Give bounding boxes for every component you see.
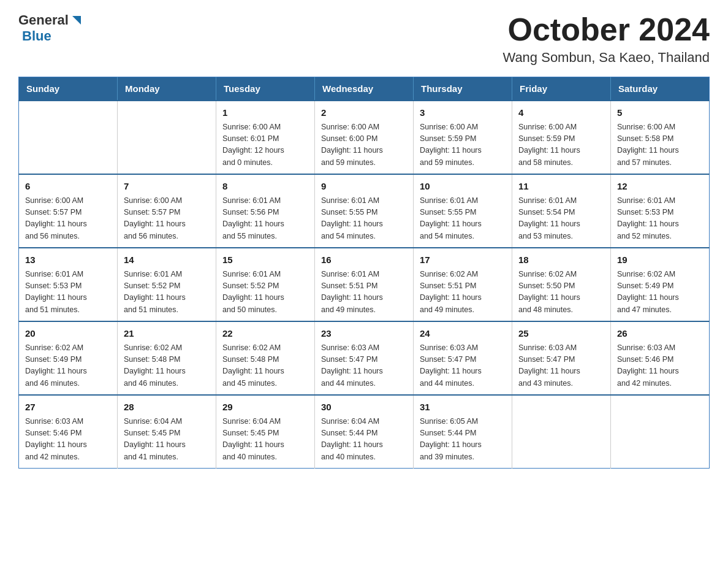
title-area: October 2024 Wang Sombun, Sa Kaeo, Thail… — [502, 12, 710, 66]
day-info: Sunrise: 6:01 AMSunset: 5:54 PMDaylight:… — [518, 195, 604, 243]
day-info: Sunrise: 6:04 AMSunset: 5:45 PMDaylight:… — [124, 416, 210, 464]
day-number: 8 — [222, 180, 308, 194]
calendar-week-0: 1Sunrise: 6:00 AMSunset: 6:01 PMDaylight… — [19, 101, 710, 174]
day-info: Sunrise: 6:00 AMSunset: 5:59 PMDaylight:… — [518, 121, 604, 169]
logo-triangle-icon — [70, 13, 83, 27]
calendar-header-sunday: Sunday — [19, 77, 118, 101]
calendar-cell: 6Sunrise: 6:00 AMSunset: 5:57 PMDaylight… — [19, 174, 118, 248]
calendar-header-friday: Friday — [512, 77, 611, 101]
day-info: Sunrise: 6:02 AMSunset: 5:48 PMDaylight:… — [124, 342, 210, 390]
day-info: Sunrise: 6:01 AMSunset: 5:52 PMDaylight:… — [124, 269, 210, 316]
calendar-cell: 14Sunrise: 6:01 AMSunset: 5:52 PMDayligh… — [118, 248, 216, 321]
logo-general-text: General — [18, 12, 69, 28]
calendar-week-1: 6Sunrise: 6:00 AMSunset: 5:57 PMDaylight… — [19, 174, 710, 248]
calendar-cell — [19, 101, 118, 174]
day-number: 18 — [518, 253, 604, 267]
page-subtitle: Wang Sombun, Sa Kaeo, Thailand — [502, 50, 710, 66]
calendar-cell — [512, 395, 611, 469]
calendar-cell: 25Sunrise: 6:03 AMSunset: 5:47 PMDayligh… — [512, 321, 611, 395]
calendar-cell: 20Sunrise: 6:02 AMSunset: 5:49 PMDayligh… — [19, 321, 118, 395]
calendar-week-3: 20Sunrise: 6:02 AMSunset: 5:49 PMDayligh… — [19, 321, 710, 395]
calendar-cell — [118, 101, 216, 174]
calendar-cell: 11Sunrise: 6:01 AMSunset: 5:54 PMDayligh… — [512, 174, 611, 248]
day-info: Sunrise: 6:01 AMSunset: 5:55 PMDaylight:… — [321, 195, 407, 243]
calendar-cell: 7Sunrise: 6:00 AMSunset: 5:57 PMDaylight… — [118, 174, 216, 248]
day-info: Sunrise: 6:05 AMSunset: 5:44 PMDaylight:… — [420, 416, 506, 464]
day-number: 13 — [25, 253, 111, 267]
calendar-cell: 30Sunrise: 6:04 AMSunset: 5:44 PMDayligh… — [315, 395, 414, 469]
day-info: Sunrise: 6:00 AMSunset: 5:59 PMDaylight:… — [420, 121, 506, 169]
day-number: 24 — [420, 327, 506, 341]
day-number: 30 — [321, 400, 407, 415]
day-info: Sunrise: 6:02 AMSunset: 5:50 PMDaylight:… — [518, 269, 604, 316]
day-info: Sunrise: 6:04 AMSunset: 5:44 PMDaylight:… — [321, 416, 407, 464]
day-number: 22 — [222, 327, 308, 341]
day-number: 25 — [518, 327, 604, 341]
day-number: 31 — [420, 400, 506, 415]
day-number: 17 — [420, 253, 506, 267]
calendar-cell: 27Sunrise: 6:03 AMSunset: 5:46 PMDayligh… — [19, 395, 118, 469]
day-number: 27 — [25, 400, 111, 415]
day-info: Sunrise: 6:01 AMSunset: 5:53 PMDaylight:… — [617, 195, 703, 243]
day-number: 5 — [617, 106, 703, 120]
day-info: Sunrise: 6:03 AMSunset: 5:47 PMDaylight:… — [420, 342, 506, 390]
day-info: Sunrise: 6:03 AMSunset: 5:47 PMDaylight:… — [321, 342, 407, 390]
calendar-header-monday: Monday — [118, 77, 216, 101]
day-number: 10 — [420, 180, 506, 194]
logo-blue-text: Blue — [20, 28, 51, 44]
day-info: Sunrise: 6:01 AMSunset: 5:51 PMDaylight:… — [321, 269, 407, 316]
calendar-week-4: 27Sunrise: 6:03 AMSunset: 5:46 PMDayligh… — [19, 395, 710, 469]
calendar-cell: 9Sunrise: 6:01 AMSunset: 5:55 PMDaylight… — [315, 174, 414, 248]
day-number: 21 — [124, 327, 210, 341]
day-info: Sunrise: 6:02 AMSunset: 5:51 PMDaylight:… — [420, 269, 506, 316]
day-info: Sunrise: 6:00 AMSunset: 6:00 PMDaylight:… — [321, 121, 407, 169]
day-info: Sunrise: 6:01 AMSunset: 5:52 PMDaylight:… — [222, 269, 308, 316]
day-info: Sunrise: 6:03 AMSunset: 5:46 PMDaylight:… — [25, 416, 111, 464]
calendar-cell: 24Sunrise: 6:03 AMSunset: 5:47 PMDayligh… — [414, 321, 512, 395]
calendar-cell — [611, 395, 710, 469]
day-number: 23 — [321, 327, 407, 341]
day-number: 4 — [518, 106, 604, 120]
calendar-cell: 21Sunrise: 6:02 AMSunset: 5:48 PMDayligh… — [118, 321, 216, 395]
page-title: October 2024 — [502, 12, 710, 47]
calendar-cell: 23Sunrise: 6:03 AMSunset: 5:47 PMDayligh… — [315, 321, 414, 395]
calendar-header-tuesday: Tuesday — [216, 77, 315, 101]
calendar-cell: 28Sunrise: 6:04 AMSunset: 5:45 PMDayligh… — [118, 395, 216, 469]
day-number: 15 — [222, 253, 308, 267]
day-number: 19 — [617, 253, 703, 267]
day-info: Sunrise: 6:02 AMSunset: 5:49 PMDaylight:… — [617, 269, 703, 316]
calendar-week-2: 13Sunrise: 6:01 AMSunset: 5:53 PMDayligh… — [19, 248, 710, 321]
calendar-cell: 8Sunrise: 6:01 AMSunset: 5:56 PMDaylight… — [216, 174, 315, 248]
calendar-header-row: SundayMondayTuesdayWednesdayThursdayFrid… — [19, 77, 710, 101]
day-number: 16 — [321, 253, 407, 267]
day-info: Sunrise: 6:02 AMSunset: 5:49 PMDaylight:… — [25, 342, 111, 390]
day-number: 26 — [617, 327, 703, 341]
calendar-cell: 16Sunrise: 6:01 AMSunset: 5:51 PMDayligh… — [315, 248, 414, 321]
day-number: 2 — [321, 106, 407, 120]
day-number: 9 — [321, 180, 407, 194]
calendar-cell: 29Sunrise: 6:04 AMSunset: 5:45 PMDayligh… — [216, 395, 315, 469]
calendar-header-thursday: Thursday — [414, 77, 512, 101]
calendar-cell: 4Sunrise: 6:00 AMSunset: 5:59 PMDaylight… — [512, 101, 611, 174]
calendar-cell: 12Sunrise: 6:01 AMSunset: 5:53 PMDayligh… — [611, 174, 710, 248]
calendar-header-wednesday: Wednesday — [315, 77, 414, 101]
calendar-cell: 19Sunrise: 6:02 AMSunset: 5:49 PMDayligh… — [611, 248, 710, 321]
calendar-cell: 2Sunrise: 6:00 AMSunset: 6:00 PMDaylight… — [315, 101, 414, 174]
calendar-cell: 17Sunrise: 6:02 AMSunset: 5:51 PMDayligh… — [414, 248, 512, 321]
svg-marker-0 — [72, 16, 81, 25]
header: General Blue October 2024 Wang Sombun, S… — [18, 12, 710, 66]
day-number: 20 — [25, 327, 111, 341]
calendar-cell: 1Sunrise: 6:00 AMSunset: 6:01 PMDaylight… — [216, 101, 315, 174]
day-info: Sunrise: 6:00 AMSunset: 6:01 PMDaylight:… — [222, 121, 308, 169]
day-info: Sunrise: 6:00 AMSunset: 5:57 PMDaylight:… — [124, 195, 210, 243]
calendar-cell: 18Sunrise: 6:02 AMSunset: 5:50 PMDayligh… — [512, 248, 611, 321]
calendar-cell: 13Sunrise: 6:01 AMSunset: 5:53 PMDayligh… — [19, 248, 118, 321]
day-number: 14 — [124, 253, 210, 267]
calendar-cell: 15Sunrise: 6:01 AMSunset: 5:52 PMDayligh… — [216, 248, 315, 321]
day-info: Sunrise: 6:01 AMSunset: 5:55 PMDaylight:… — [420, 195, 506, 243]
day-number: 28 — [124, 400, 210, 415]
calendar-cell: 31Sunrise: 6:05 AMSunset: 5:44 PMDayligh… — [414, 395, 512, 469]
day-number: 1 — [222, 106, 308, 120]
calendar-table: SundayMondayTuesdayWednesdayThursdayFrid… — [18, 77, 710, 469]
calendar-cell: 10Sunrise: 6:01 AMSunset: 5:55 PMDayligh… — [414, 174, 512, 248]
